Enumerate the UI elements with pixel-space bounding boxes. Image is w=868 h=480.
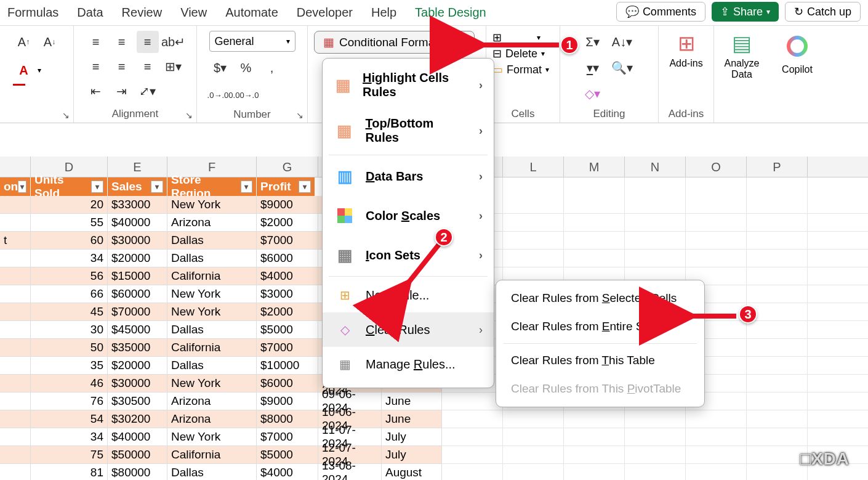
cell[interactable]: 50	[31, 339, 108, 357]
col-header-n[interactable]: N	[625, 157, 686, 177]
cell[interactable]: 13-08-2024	[318, 464, 382, 480]
cell[interactable]: 55	[31, 214, 108, 232]
cell[interactable]: $2000	[257, 214, 318, 232]
cell[interactable]: California	[167, 267, 257, 285]
cell[interactable]: $70000	[108, 303, 167, 321]
clear-selected-cells[interactable]: Clear Rules from Selected Cells	[496, 284, 704, 312]
cell[interactable]: Dallas	[167, 232, 257, 250]
cell[interactable]: 56	[31, 267, 108, 285]
format-button[interactable]: ▭ Format ▾	[492, 63, 553, 76]
cell[interactable]: t	[0, 232, 31, 250]
cell[interactable]	[0, 464, 31, 480]
cell[interactable]: $60000	[108, 285, 167, 303]
cell[interactable]	[0, 428, 31, 446]
cell[interactable]: $45000	[108, 321, 167, 339]
cell[interactable]: June	[382, 393, 442, 410]
cell[interactable]: $8000	[257, 410, 318, 428]
cell[interactable]: $2000	[257, 303, 318, 321]
cell[interactable]: $20000	[108, 250, 167, 267]
cell[interactable]: 81	[31, 464, 108, 480]
cell[interactable]	[0, 267, 31, 285]
cell[interactable]: 34	[31, 250, 108, 267]
sort-filter-icon[interactable]: A↓▾	[611, 31, 633, 53]
cell[interactable]: $15000	[108, 267, 167, 285]
autosum-icon[interactable]: Σ▾	[582, 31, 604, 53]
filter-icon[interactable]: ▾	[18, 181, 26, 193]
cell[interactable]: California	[167, 446, 257, 464]
increase-font-icon[interactable]: A↑	[13, 31, 35, 53]
cell[interactable]: 34	[31, 428, 108, 446]
cell[interactable]: $4000	[257, 464, 318, 480]
table-row[interactable]: 81$80000Dallas$400013-08-2024August	[0, 464, 442, 480]
percent-icon[interactable]: %	[235, 57, 257, 79]
share-button[interactable]: ⇪ Share ▾	[712, 2, 779, 22]
filter-icon[interactable]: ▾	[299, 181, 311, 193]
tab-formulas[interactable]: Formulas	[7, 6, 58, 20]
cell[interactable]: $4000	[257, 267, 318, 285]
tab-data[interactable]: Data	[77, 6, 103, 20]
clear-icon[interactable]: ◇▾	[582, 83, 604, 105]
wrap-text-icon[interactable]: ab↵	[163, 31, 185, 53]
increase-indent-icon[interactable]: ⇥	[111, 80, 133, 102]
decrease-decimal-icon[interactable]: .00→.0	[235, 84, 257, 106]
cell[interactable]: $9000	[257, 196, 318, 214]
cell[interactable]: $20000	[108, 357, 167, 375]
th-store-region[interactable]: Store Region ▾	[167, 177, 257, 196]
cell[interactable]: 54	[31, 410, 108, 428]
conditional-formatting-button[interactable]: ▦ Conditional Formatting ▾	[314, 31, 475, 54]
cell[interactable]: New York	[167, 428, 257, 446]
fill-icon[interactable]: ▾̲▾	[582, 57, 604, 79]
th-units-sold[interactable]: Units Sold ▾	[31, 177, 108, 196]
cell[interactable]	[0, 321, 31, 339]
cell[interactable]: $3000	[257, 285, 318, 303]
cell[interactable]	[0, 393, 31, 410]
currency-icon[interactable]: $▾	[209, 57, 231, 79]
merge-icon[interactable]: ⊞▾	[163, 55, 185, 78]
tab-help[interactable]: Help	[371, 6, 396, 20]
dialog-launcher-icon[interactable]: ↘	[62, 110, 70, 120]
number-format-select[interactable]: General ▾	[209, 31, 295, 52]
cell[interactable]: Arizona	[167, 393, 257, 410]
analyze-data-button[interactable]: ▤ Analyze Data	[717, 31, 766, 80]
col-header-m[interactable]: M	[564, 157, 625, 177]
cell[interactable]: $5000	[257, 446, 318, 464]
cell[interactable]: 46	[31, 375, 108, 393]
cell[interactable]	[0, 375, 31, 393]
cell[interactable]: 75	[31, 446, 108, 464]
comma-icon[interactable]: ,	[261, 57, 283, 79]
cell[interactable]: Dallas	[167, 464, 257, 480]
menu-clear-rules[interactable]: ◇ Clear Rules ›	[323, 312, 494, 347]
align-top-icon[interactable]: ≡	[85, 31, 107, 53]
cell[interactable]: July	[382, 446, 442, 464]
align-middle-icon[interactable]: ≡	[111, 31, 133, 53]
cell[interactable]: $30200	[108, 410, 167, 428]
tab-review[interactable]: Review	[122, 6, 163, 20]
cell[interactable]: New York	[167, 196, 257, 214]
dialog-launcher-icon[interactable]: ↘	[185, 110, 193, 120]
col-header-e[interactable]: E	[108, 157, 167, 177]
col-header[interactable]	[0, 157, 31, 177]
comments-button[interactable]: 💬 Comments	[616, 2, 705, 22]
filter-icon[interactable]: ▾	[91, 181, 103, 193]
cell[interactable]: $30000	[108, 375, 167, 393]
cell[interactable]	[0, 410, 31, 428]
cell[interactable]: Dallas	[167, 357, 257, 375]
decrease-indent-icon[interactable]: ⇤	[85, 80, 107, 102]
cell[interactable]: $30500	[108, 393, 167, 410]
menu-color-scales[interactable]: Color Scales ›	[323, 196, 494, 235]
col-header-g[interactable]: G	[257, 157, 318, 177]
menu-highlight-cells[interactable]: ▦ Highlight Cells Rules ›	[323, 62, 494, 108]
cell[interactable]: August	[382, 464, 442, 480]
cell[interactable]: $9000	[257, 393, 318, 410]
tab-table-design[interactable]: Table Design	[415, 6, 486, 20]
clear-entire-sheet[interactable]: Clear Rules from Entire Sheet	[496, 312, 704, 341]
cell[interactable]: 35	[31, 357, 108, 375]
cell[interactable]: $7000	[257, 339, 318, 357]
th-sales[interactable]: Sales ▾	[108, 177, 167, 196]
cell[interactable]: Arizona	[167, 410, 257, 428]
cell[interactable]: 60	[31, 232, 108, 250]
tab-automate[interactable]: Automate	[225, 6, 278, 20]
decrease-font-icon[interactable]: A↓	[39, 31, 61, 53]
tab-developer[interactable]: Developer	[297, 6, 353, 20]
cell[interactable]: $33000	[108, 196, 167, 214]
